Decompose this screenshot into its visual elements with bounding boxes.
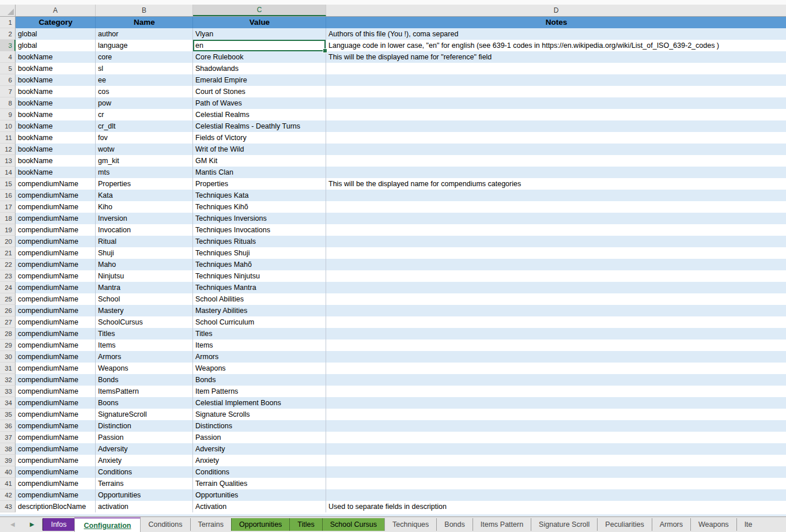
cell-value[interactable]: Titles bbox=[193, 328, 326, 339]
cell-value[interactable]: Properties bbox=[193, 178, 326, 190]
cell-name[interactable]: Passion bbox=[96, 432, 193, 443]
cell-name[interactable]: cr bbox=[96, 109, 193, 120]
cell-value[interactable]: en bbox=[193, 40, 326, 51]
cell-notes[interactable] bbox=[326, 259, 786, 270]
cell-value[interactable]: Mantis Clan bbox=[193, 167, 326, 178]
cell-name[interactable]: Kiho bbox=[96, 201, 193, 213]
cell-category[interactable]: bookName bbox=[16, 155, 96, 167]
row-number[interactable]: 37 bbox=[0, 432, 16, 443]
cell-notes[interactable] bbox=[326, 86, 786, 97]
prev-sheet-arrow-icon[interactable]: ◀ bbox=[10, 522, 15, 527]
cell-name[interactable]: sl bbox=[96, 63, 193, 74]
row-number[interactable]: 19 bbox=[0, 224, 16, 236]
cell-notes[interactable] bbox=[326, 213, 786, 224]
cell-value[interactable]: Terrain Qualities bbox=[193, 478, 326, 489]
cell-value[interactable]: Path of Waves bbox=[193, 97, 326, 109]
cell-value[interactable]: Celestial Realms - Deathly Turns bbox=[193, 120, 326, 132]
sheet-tab-terrains[interactable]: Terrains bbox=[190, 518, 231, 531]
cell-notes[interactable] bbox=[326, 432, 786, 443]
cell-value[interactable]: GM Kit bbox=[193, 155, 326, 167]
cell-value[interactable]: Passion bbox=[193, 432, 326, 443]
cell-name[interactable]: Adversity bbox=[96, 443, 193, 455]
row-number[interactable]: 35 bbox=[0, 409, 16, 420]
cell-value[interactable]: Item Patterns bbox=[193, 386, 326, 397]
cell-category[interactable]: compendiumName bbox=[16, 420, 96, 432]
fill-handle[interactable] bbox=[323, 48, 327, 53]
cell-value[interactable]: Techniques Invocations bbox=[193, 224, 326, 236]
cell-name[interactable]: Armors bbox=[96, 351, 193, 363]
row-number[interactable]: 15 bbox=[0, 178, 16, 190]
cell-notes[interactable] bbox=[326, 63, 786, 74]
row-number[interactable]: 5 bbox=[0, 63, 16, 74]
cell-notes[interactable] bbox=[326, 316, 786, 328]
cell-category[interactable]: compendiumName bbox=[16, 328, 96, 339]
sheet-tab-titles[interactable]: Titles bbox=[289, 518, 322, 531]
cell-category[interactable]: bookName bbox=[16, 97, 96, 109]
cell-notes[interactable] bbox=[326, 466, 786, 478]
cell-name[interactable]: cr_dlt bbox=[96, 120, 193, 132]
cell-name[interactable]: Anxiety bbox=[96, 455, 193, 466]
cell-value[interactable]: Vlyan bbox=[193, 28, 326, 40]
cell-value[interactable]: Writ of the Wild bbox=[193, 144, 326, 155]
cell-value[interactable]: Techniques Inversions bbox=[193, 213, 326, 224]
cell-category[interactable]: compendiumName bbox=[16, 409, 96, 420]
cell-notes[interactable]: Authors of this file (You !), coma separ… bbox=[326, 28, 786, 40]
cell-name[interactable]: Opportunities bbox=[96, 489, 193, 501]
cell-name[interactable]: core bbox=[96, 51, 193, 63]
cell-notes[interactable] bbox=[326, 397, 786, 409]
next-sheet-arrow-icon[interactable]: ▶ bbox=[30, 522, 35, 527]
sheet-tab-school-cursus[interactable]: School Cursus bbox=[322, 518, 384, 531]
cell-category[interactable]: bookName bbox=[16, 144, 96, 155]
cell-category[interactable]: compendiumName bbox=[16, 282, 96, 293]
row-number[interactable]: 33 bbox=[0, 386, 16, 397]
cell-name[interactable]: Distinction bbox=[96, 420, 193, 432]
row-number[interactable]: 36 bbox=[0, 420, 16, 432]
cell-value[interactable]: Distinctions bbox=[193, 420, 326, 432]
row-number[interactable]: 38 bbox=[0, 443, 16, 455]
cell-name[interactable]: Mantra bbox=[96, 282, 193, 293]
row-number[interactable]: 26 bbox=[0, 305, 16, 316]
cell-notes[interactable] bbox=[326, 144, 786, 155]
cell-notes[interactable] bbox=[326, 489, 786, 501]
select-all-corner[interactable] bbox=[0, 5, 16, 16]
cell-value[interactable]: Weapons bbox=[193, 363, 326, 374]
cell-category[interactable]: compendiumName bbox=[16, 224, 96, 236]
cell-category[interactable]: bookName bbox=[16, 74, 96, 86]
row-number[interactable]: 10 bbox=[0, 120, 16, 132]
cell-category[interactable]: compendiumName bbox=[16, 236, 96, 247]
row-number[interactable]: 1 bbox=[0, 17, 16, 28]
row-number[interactable]: 39 bbox=[0, 455, 16, 466]
row-number[interactable]: 20 bbox=[0, 236, 16, 247]
cell-notes[interactable] bbox=[326, 236, 786, 247]
cell-notes[interactable] bbox=[326, 155, 786, 167]
cell-value[interactable]: Conditions bbox=[193, 466, 326, 478]
cell-value[interactable]: Armors bbox=[193, 351, 326, 363]
cell-value[interactable]: Techniques Mahõ bbox=[193, 259, 326, 270]
cell-category[interactable]: bookName bbox=[16, 63, 96, 74]
sheet-tab-armors[interactable]: Armors bbox=[652, 518, 690, 531]
sheet-tab-peculiarities[interactable]: Peculiarities bbox=[597, 518, 651, 531]
cell-notes[interactable] bbox=[326, 478, 786, 489]
cell-name[interactable]: activation bbox=[96, 501, 193, 512]
cell-notes[interactable]: Used to separate fields in description bbox=[326, 501, 786, 512]
row-number[interactable]: 2 bbox=[0, 28, 16, 40]
cell-name[interactable]: Bonds bbox=[96, 374, 193, 386]
cell-value[interactable]: Techniques Rituals bbox=[193, 236, 326, 247]
sheet-tab-signature-scroll[interactable]: Signature Scroll bbox=[531, 518, 597, 531]
cell-notes[interactable] bbox=[326, 132, 786, 144]
cell-notes[interactable] bbox=[326, 97, 786, 109]
cell-name[interactable]: SchoolCursus bbox=[96, 316, 193, 328]
cell-name[interactable]: ee bbox=[96, 74, 193, 86]
cell-notes[interactable] bbox=[326, 455, 786, 466]
cell-name[interactable]: Kata bbox=[96, 190, 193, 201]
cell-name[interactable]: fov bbox=[96, 132, 193, 144]
row-number[interactable]: 9 bbox=[0, 109, 16, 120]
row-number[interactable]: 13 bbox=[0, 155, 16, 167]
row-number[interactable]: 16 bbox=[0, 190, 16, 201]
row-number[interactable]: 31 bbox=[0, 363, 16, 374]
cell-name[interactable]: language bbox=[96, 40, 193, 51]
cell-name[interactable]: Conditions bbox=[96, 466, 193, 478]
cell-category[interactable]: compendiumName bbox=[16, 178, 96, 190]
cell-notes[interactable]: This will be the displayed name for "ref… bbox=[326, 51, 786, 63]
cell-value[interactable]: Anxiety bbox=[193, 455, 326, 466]
